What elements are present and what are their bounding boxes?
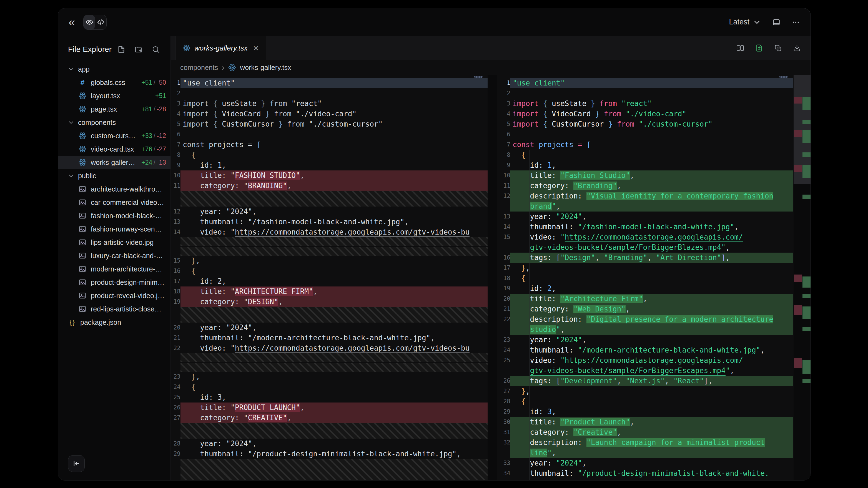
copy-button[interactable] [774, 44, 782, 52]
file-item-luxury-car-black-and-[interactable]: luxury-car-black-and-… [58, 249, 170, 262]
code-line: gtv-videos-bucket/sample/ForBiggerEscape… [497, 366, 793, 376]
code-toggle-button[interactable] [95, 15, 106, 29]
braces-icon: { } [67, 318, 76, 327]
ruler-addition-mark [803, 294, 810, 298]
folder-item-public[interactable]: public [58, 169, 170, 183]
code-line: 2 [171, 88, 488, 99]
breadcrumb-folder[interactable]: components [180, 64, 218, 72]
file-item-red-lips-artistic-close[interactable]: red-lips-artistic-close… [58, 302, 170, 316]
diff-view-button[interactable] [755, 44, 763, 52]
code-line: 18 { [497, 273, 793, 284]
code-line: 24 thumbnail: "/modern-architecture-blac… [497, 345, 793, 355]
collapse-panel-button[interactable] [68, 455, 85, 472]
file-item-architecture-walkthro[interactable]: architecture-walkthro… [58, 183, 170, 196]
diff-overview-ruler[interactable] [794, 75, 810, 480]
file-item-works-galler[interactable]: works-galler…+24/-13 [58, 156, 170, 169]
code-line: 1"use client" [497, 78, 793, 88]
line-number [497, 325, 510, 335]
more-options-button[interactable] [792, 18, 800, 26]
line-number: 11 [171, 181, 181, 191]
folder-item-app[interactable]: app [58, 62, 170, 76]
search-files-button[interactable] [152, 45, 160, 54]
tab-label: works-gallery.tsx [194, 44, 248, 53]
code-line: 25 id: 3, [171, 392, 488, 402]
item-label: works-galler… [91, 159, 135, 167]
code-line: gtv-videos-bucket/sample/ForBiggerBlazes… [497, 242, 793, 253]
image-icon [78, 198, 87, 207]
folder-item-components[interactable]: components [58, 116, 170, 129]
preview-toggle-button[interactable] [84, 15, 95, 29]
line-number: 23 [497, 335, 510, 345]
item-label: car-commercial-video… [91, 198, 164, 206]
file-item-product-design-minim[interactable]: product-design-minim… [58, 275, 170, 289]
react-icon [78, 144, 87, 154]
code-line: 19 category: "DESIGN", [171, 297, 488, 307]
file-item-video-card.tsx[interactable]: video-card.tsx+76/-27 [58, 142, 170, 156]
new-file-button[interactable] [117, 45, 125, 54]
split-view-button[interactable] [736, 44, 744, 52]
code-line: 18 title: "ARCHITECTURE FIRM", [171, 287, 488, 297]
version-dropdown[interactable]: Latest [729, 18, 761, 26]
editor-area: works-gallery.tsx × components › works-g… [171, 36, 810, 480]
line-number: 4 [171, 109, 181, 119]
file-item-car-commercial-video[interactable]: car-commercial-video… [58, 196, 170, 209]
line-number: 18 [171, 287, 181, 297]
diff-stats: +51/-50 [138, 79, 166, 86]
close-tab-icon[interactable]: × [253, 43, 259, 53]
item-label: app [78, 65, 90, 73]
line-number: 17 [171, 276, 181, 287]
chevron-down-icon [67, 172, 75, 179]
code-line: 26 tags: ["Development", "Next.js", "Rea… [497, 376, 793, 386]
collapsed-region-spacer [181, 353, 488, 362]
download-button[interactable] [793, 44, 801, 52]
line-number: 22 [497, 314, 510, 325]
collapse-sidebar-icon[interactable]: « [69, 17, 75, 28]
tab-works-gallery[interactable]: works-gallery.tsx × [175, 36, 266, 60]
file-item-globals.css[interactable]: #globals.css+51/-50 [58, 76, 170, 89]
code-line: 7const projects = [ [171, 140, 488, 150]
line-number: 9 [497, 160, 510, 170]
line-number: 5 [171, 119, 181, 129]
file-item-package.json[interactable]: { }package.json [58, 316, 170, 329]
diff-pane-original[interactable]: 1"use client"23import { useState } from … [171, 75, 488, 480]
file-item-layout.tsx[interactable]: layout.tsx+51 [58, 89, 170, 102]
file-item-page.tsx[interactable]: page.tsx+81/-28 [58, 102, 170, 116]
line-number [497, 366, 510, 376]
line-number: 7 [171, 140, 181, 150]
file-item-product-reveal-video.j[interactable]: product-reveal-video.j… [58, 289, 170, 302]
diff-stats: +24/-13 [138, 159, 166, 166]
item-label: product-reveal-video.j… [91, 292, 164, 300]
code-line: 16 { [171, 266, 488, 276]
diff-pane-modified[interactable]: 1"use client"23import { useState } from … [497, 75, 793, 480]
code-line: line", [497, 448, 793, 458]
line-number: 28 [497, 396, 510, 407]
code-line: 13 thumbnail: "/fashion-model-black-and-… [171, 217, 488, 227]
code-line: 13 year: "2024", [497, 212, 793, 222]
file-item-custom-curs[interactable]: custom-curs…+33/-12 [58, 129, 170, 142]
breadcrumb-file[interactable]: works-gallery.tsx [240, 64, 291, 72]
file-item-lips-artistic-video.jpg[interactable]: lips-artistic-video.jpg [58, 236, 170, 249]
new-folder-button[interactable] [134, 45, 143, 54]
react-icon [228, 63, 236, 72]
panel-layout-button[interactable] [772, 18, 780, 26]
code-line: 28 { [497, 396, 793, 407]
ruler-addition-mark [803, 379, 810, 383]
code-line: 5import { CustomCursor } from "./custom-… [171, 119, 488, 129]
ruler-deletion-mark [794, 274, 802, 282]
item-label: architecture-walkthro… [91, 185, 162, 193]
css-hash-icon: # [78, 78, 87, 87]
item-label: lips-artistic-video.jpg [91, 238, 154, 247]
line-number: 10 [171, 170, 181, 181]
line-number: 29 [497, 407, 510, 417]
code-line: 14 thumbnail: "/fashion-model-black-and-… [497, 222, 793, 232]
line-number: 21 [497, 304, 510, 314]
code-line: studio", [497, 325, 793, 335]
code-line: 21 category: "Web Design", [497, 304, 793, 314]
line-number: 1 [171, 78, 181, 88]
horizontal-scrollbar[interactable] [779, 76, 788, 78]
file-item-fashion-runway-scen[interactable]: fashion-runway-scen… [58, 222, 170, 236]
file-item-fashion-model-black-[interactable]: fashion-model-black-… [58, 209, 170, 222]
tab-bar: works-gallery.tsx × [171, 36, 810, 60]
file-item-modern-architecture-[interactable]: modern-architecture-… [58, 262, 170, 275]
horizontal-scrollbar[interactable] [474, 76, 483, 78]
